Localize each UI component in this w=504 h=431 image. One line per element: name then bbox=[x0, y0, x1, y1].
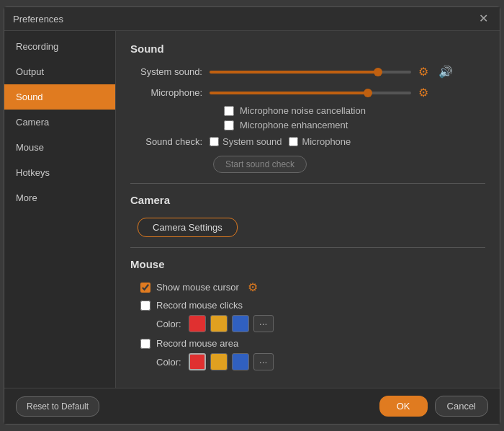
footer: Reset to Default OK Cancel bbox=[4, 388, 500, 424]
color-more-button-2[interactable]: ··· bbox=[253, 353, 274, 370]
title-bar: Preferences ✕ bbox=[4, 7, 500, 31]
microphone-slider-container: ⚙ bbox=[210, 84, 485, 101]
sidebar-item-sound[interactable]: Sound bbox=[4, 84, 115, 110]
color-row-1: Color: ··· bbox=[156, 315, 485, 332]
show-cursor-row: Show mouse cursor ⚙ bbox=[140, 279, 485, 296]
system-sound-speaker-icon[interactable]: 🔊 bbox=[436, 63, 456, 80]
record-area-label: Record mouse area bbox=[156, 338, 238, 349]
close-button[interactable]: ✕ bbox=[476, 13, 491, 25]
sidebar-item-output[interactable]: Output bbox=[4, 59, 115, 84]
microphone-label: Microphone: bbox=[130, 87, 210, 98]
mouse-title: Mouse bbox=[130, 258, 485, 270]
dialog-title: Preferences bbox=[13, 14, 63, 25]
color-swatch-yellow-2[interactable] bbox=[210, 353, 228, 370]
sidebar-item-mouse[interactable]: Mouse bbox=[4, 135, 115, 160]
content-area: Sound System sound: ⚙ 🔊 Microphone: ⚙ bbox=[116, 31, 500, 388]
color-swatch-blue-1[interactable] bbox=[232, 315, 249, 332]
footer-right: OK Cancel bbox=[379, 396, 488, 417]
color-label-2: Color: bbox=[156, 357, 181, 368]
sound-check-system-label[interactable]: System sound bbox=[210, 136, 282, 147]
sidebar-item-recording[interactable]: Recording bbox=[4, 34, 115, 59]
microphone-gear-icon[interactable]: ⚙ bbox=[415, 84, 431, 101]
sound-check-row: Sound check: System sound Microphone bbox=[130, 136, 485, 147]
camera-section: Camera Camera Settings bbox=[130, 194, 485, 248]
color-swatch-blue-2[interactable] bbox=[232, 353, 249, 370]
show-cursor-gear-icon[interactable]: ⚙ bbox=[245, 279, 261, 296]
color-label-1: Color: bbox=[156, 319, 181, 329]
system-sound-gear-icon[interactable]: ⚙ bbox=[415, 63, 431, 80]
preferences-dialog: Preferences ✕ Recording Output Sound Cam… bbox=[4, 6, 500, 425]
sound-check-mic-checkbox[interactable] bbox=[289, 137, 298, 146]
sidebar-item-camera[interactable]: Camera bbox=[4, 110, 115, 135]
color-swatch-red-2[interactable] bbox=[189, 353, 206, 370]
sound-check-system-checkbox[interactable] bbox=[210, 137, 219, 146]
system-sound-label: System sound: bbox=[130, 66, 210, 77]
record-area-checkbox[interactable] bbox=[140, 339, 150, 349]
sound-title: Sound bbox=[130, 43, 485, 55]
enhancement-label: Microphone enhancement bbox=[240, 120, 348, 130]
sidebar-item-more[interactable]: More bbox=[4, 185, 115, 210]
enhancement-row: Microphone enhancement bbox=[224, 120, 485, 130]
start-sound-check-button[interactable]: Start sound check bbox=[213, 156, 307, 173]
system-sound-row: System sound: ⚙ 🔊 bbox=[130, 63, 485, 80]
cancel-button[interactable]: Cancel bbox=[435, 396, 488, 417]
noise-cancel-row: Microphone noise cancellation bbox=[224, 105, 485, 116]
system-sound-slider-container: ⚙ 🔊 bbox=[210, 63, 485, 80]
main-content: Recording Output Sound Camera Mouse Hotk… bbox=[4, 31, 500, 388]
sound-check-label: Sound check: bbox=[130, 136, 210, 147]
color-swatch-red-1[interactable] bbox=[189, 315, 206, 332]
sound-check-mic-label[interactable]: Microphone bbox=[289, 136, 351, 147]
color-swatch-yellow-1[interactable] bbox=[210, 315, 228, 332]
noise-cancel-label: Microphone noise cancellation bbox=[240, 105, 366, 116]
record-area-row: Record mouse area bbox=[140, 338, 485, 349]
microphone-row: Microphone: ⚙ bbox=[130, 84, 485, 101]
mouse-section: Mouse Show mouse cursor ⚙ Record mouse c… bbox=[130, 258, 485, 370]
show-cursor-label: Show mouse cursor bbox=[156, 282, 239, 293]
sound-section: Sound System sound: ⚙ 🔊 Microphone: ⚙ bbox=[130, 43, 485, 184]
sound-check-options: System sound Microphone bbox=[210, 136, 351, 147]
record-clicks-label: Record mouse clicks bbox=[156, 300, 243, 311]
camera-title: Camera bbox=[130, 194, 485, 206]
reset-to-default-button[interactable]: Reset to Default bbox=[16, 396, 99, 417]
record-clicks-checkbox[interactable] bbox=[140, 301, 150, 311]
microphone-slider[interactable] bbox=[210, 92, 411, 94]
sidebar-item-hotkeys[interactable]: Hotkeys bbox=[4, 160, 115, 185]
ok-button[interactable]: OK bbox=[379, 396, 428, 417]
camera-settings-button[interactable]: Camera Settings bbox=[138, 218, 238, 237]
sidebar: Recording Output Sound Camera Mouse Hotk… bbox=[4, 31, 116, 388]
enhancement-checkbox[interactable] bbox=[224, 120, 234, 130]
color-more-button-1[interactable]: ··· bbox=[253, 315, 274, 332]
show-cursor-checkbox[interactable] bbox=[140, 283, 150, 293]
system-sound-slider[interactable] bbox=[210, 71, 411, 74]
color-row-2: Color: ··· bbox=[156, 353, 485, 370]
noise-cancel-checkbox[interactable] bbox=[224, 106, 234, 116]
record-clicks-row: Record mouse clicks bbox=[140, 300, 485, 311]
